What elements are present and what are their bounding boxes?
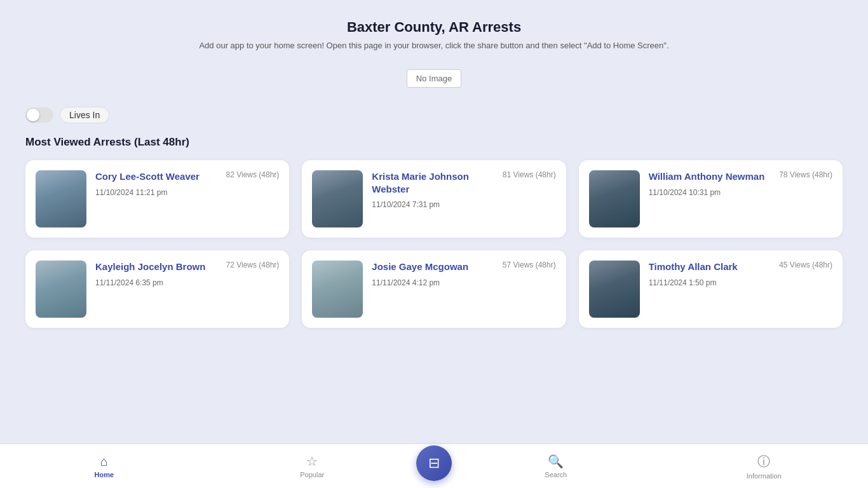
arrest-info: Timothy Allan Clark 45 Views (48hr) 11/1… [649, 261, 832, 288]
arrest-views: 78 Views (48hr) [779, 170, 832, 179]
arrest-header: Timothy Allan Clark 45 Views (48hr) [649, 261, 832, 276]
most-viewed-title: Most Viewed Arrests (Last 48hr) [25, 136, 843, 149]
nav-search[interactable]: 🔍 Search [452, 449, 660, 484]
nav-home[interactable]: ⌂ Home [0, 449, 208, 484]
arrest-mugshot [589, 261, 640, 318]
arrest-mugshot [36, 170, 86, 227]
arrest-name: Krista Marie Johnson Webster [372, 170, 503, 195]
arrest-card[interactable]: Timothy Allan Clark 45 Views (48hr) 11/1… [579, 250, 843, 328]
nav-information[interactable]: ⓘ Information [660, 448, 869, 485]
lives-in-toggle[interactable] [25, 107, 53, 123]
arrest-name: Kayleigh Jocelyn Brown [95, 261, 205, 273]
search-icon: 🔍 [548, 454, 564, 469]
arrest-header: Cory Lee-Scott Weaver 82 Views (48hr) [95, 170, 279, 186]
arrest-card[interactable]: Krista Marie Johnson Webster 81 Views (4… [302, 160, 566, 238]
arrests-grid: Cory Lee-Scott Weaver 82 Views (48hr) 11… [25, 160, 843, 328]
nav-popular[interactable]: ☆ Popular [208, 449, 417, 484]
page-title: Baxter County, AR Arrests [25, 19, 843, 36]
arrest-date: 11/10/2024 10:31 pm [649, 188, 721, 197]
filter-row: Lives In [25, 107, 843, 123]
arrest-date: 11/10/2024 11:21 pm [95, 188, 167, 197]
arrest-header: William Anthony Newman 78 Views (48hr) [649, 170, 832, 186]
nav-center-button[interactable]: ⊟ [416, 445, 452, 481]
arrest-name: Timothy Allan Clark [649, 261, 738, 273]
bottom-nav: ⌂ Home ☆ Popular ⊟ 🔍 Search ⓘ Informatio… [0, 444, 868, 488]
arrest-date: 11/11/2024 6:35 pm [95, 278, 163, 287]
arrest-card[interactable]: Cory Lee-Scott Weaver 82 Views (48hr) 11… [25, 160, 289, 238]
filter-icon: ⊟ [428, 455, 440, 471]
lives-in-label[interactable]: Lives In [60, 107, 109, 123]
arrest-views: 45 Views (48hr) [779, 261, 832, 269]
arrest-mugshot [36, 261, 86, 318]
arrest-name: William Anthony Newman [649, 170, 765, 183]
page-subtitle: Add our app to your home screen! Open th… [25, 41, 843, 50]
arrest-card[interactable]: William Anthony Newman 78 Views (48hr) 1… [579, 160, 843, 238]
arrest-mugshot [312, 261, 363, 318]
arrest-header: Kayleigh Jocelyn Brown 72 Views (48hr) [95, 261, 279, 276]
arrest-card[interactable]: Kayleigh Jocelyn Brown 72 Views (48hr) 1… [25, 250, 289, 328]
arrest-info: William Anthony Newman 78 Views (48hr) 1… [649, 170, 832, 198]
no-image-text: No Image [407, 69, 461, 88]
arrest-views: 57 Views (48hr) [503, 261, 556, 269]
arrest-mugshot [589, 170, 640, 227]
arrest-mugshot [312, 170, 363, 227]
arrest-name: Cory Lee-Scott Weaver [95, 170, 200, 183]
nav-popular-label: Popular [300, 471, 324, 478]
arrest-header: Josie Gaye Mcgowan 57 Views (48hr) [372, 261, 555, 276]
arrest-date: 11/11/2024 4:12 pm [372, 278, 440, 287]
arrest-views: 82 Views (48hr) [226, 170, 280, 179]
arrest-info: Krista Marie Johnson Webster 81 Views (4… [372, 170, 555, 210]
arrest-info: Cory Lee-Scott Weaver 82 Views (48hr) 11… [95, 170, 279, 198]
star-icon: ☆ [306, 454, 318, 469]
arrest-views: 72 Views (48hr) [226, 261, 280, 269]
nav-home-label: Home [94, 471, 114, 478]
arrest-name: Josie Gaye Mcgowan [372, 261, 468, 273]
arrest-header: Krista Marie Johnson Webster 81 Views (4… [372, 170, 555, 198]
arrest-card[interactable]: Josie Gaye Mcgowan 57 Views (48hr) 11/11… [302, 250, 566, 328]
arrest-views: 81 Views (48hr) [503, 170, 556, 179]
nav-information-label: Information [747, 472, 782, 480]
no-image-container: No Image [25, 69, 843, 88]
home-icon: ⌂ [100, 454, 108, 469]
info-icon: ⓘ [757, 453, 770, 470]
arrest-date: 11/11/2024 1:50 pm [649, 278, 717, 287]
arrest-info: Kayleigh Jocelyn Brown 72 Views (48hr) 1… [95, 261, 279, 288]
nav-search-label: Search [545, 471, 567, 478]
arrest-info: Josie Gaye Mcgowan 57 Views (48hr) 11/11… [372, 261, 555, 288]
arrest-date: 11/10/2024 7:31 pm [372, 200, 440, 209]
